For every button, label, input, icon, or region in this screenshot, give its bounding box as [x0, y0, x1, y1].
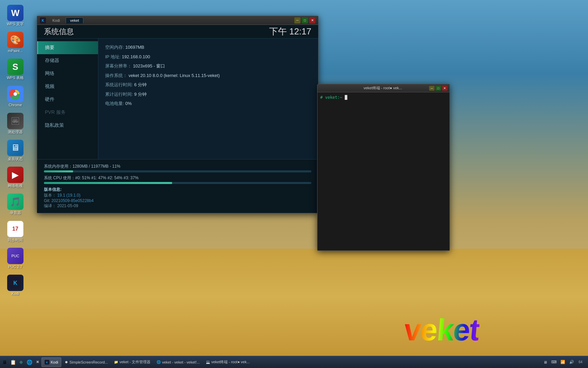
version-section-label: 版本信息:: [44, 187, 311, 193]
svg-text:K: K: [13, 280, 17, 286]
cpu-usage-label: 系统 CPU 使用：#0: 51% #1: 47% #2: 54% #3: 37…: [44, 175, 138, 180]
terminal-body[interactable]: # veket:~ █: [317, 92, 450, 250]
taskbar: 🖥 📋 ⊕ 🌐 ✖ K Kodi ⏺ SimpleScreenRecord...…: [0, 356, 588, 368]
wps-writer-icon: W: [7, 5, 23, 21]
kodi-nav-network[interactable]: 网络: [37, 67, 98, 80]
kodi-title-tabs: Kodi veket: [48, 17, 83, 24]
desktop-icon-mtpaint[interactable]: 🎨 mPaint...: [2, 30, 29, 55]
taskbar-item-veket[interactable]: 🌐 veket - veket - veket!...: [154, 357, 202, 367]
kodi-nav-hardware[interactable]: 硬件: [37, 93, 98, 106]
kodi-nav-privacy[interactable]: 隐私政策: [37, 119, 98, 132]
kodi-content-area: 系统信息 下午 12:17 摘要 存储器 网络 视频 硬件 PVR 服务 隐私政…: [37, 25, 318, 213]
memory-progress-fill: [44, 170, 73, 172]
taskbar-kodi-label: Kodi: [51, 360, 58, 364]
ip-label: IP 地址:: [105, 54, 120, 59]
taskbar-tray-icon-3[interactable]: ⊕: [18, 359, 24, 366]
desktop-icon-cpu[interactable]: CPU 测处理器: [2, 111, 29, 136]
kodi-tab-veket[interactable]: veket: [66, 17, 83, 24]
taskbar-tray-volume-icon[interactable]: 🔊: [568, 359, 575, 366]
kodi-window: K Kodi veket ─ □ ✕ 系统信息 下午 12:17 摘要 存储器 …: [37, 16, 318, 213]
desktop-icon-calendar[interactable]: 17 同步时间: [2, 219, 29, 244]
kodi-nav-video[interactable]: 视频: [37, 80, 98, 93]
terminal-maximize-button[interactable]: □: [436, 86, 441, 91]
kodi-titlebar: K Kodi veket ─ □ ✕: [37, 16, 318, 25]
kodi-tab-kodi[interactable]: Kodi: [48, 17, 64, 24]
terminal-close-button[interactable]: ✕: [442, 86, 447, 91]
kodi-minimize-button[interactable]: ─: [294, 17, 300, 24]
taskbar-item-terminal[interactable]: 💻 veket终端 - root● vek...: [203, 357, 252, 367]
calendar-icon: 17: [7, 221, 23, 237]
mtpaint-label: mPaint...: [8, 49, 22, 53]
audio-label: 录音器: [10, 211, 21, 215]
taskbar-tray-icon-1[interactable]: 🖥: [1, 359, 8, 366]
version-label-bold: 版本信息:: [44, 187, 62, 192]
kodi-maximize-button[interactable]: □: [302, 17, 308, 24]
veket-watermark: veket: [403, 312, 480, 348]
os-label: 操作系统：: [105, 73, 127, 78]
resolution-label: 屏幕分辨率：: [105, 63, 132, 68]
kodi-close-button[interactable]: ✕: [309, 17, 315, 24]
kodi-system-title: 系统信息: [44, 27, 74, 37]
info-uptime: 系统运行时间: 6 分钟: [105, 81, 311, 88]
terminal-titlebar: veket终端 - root● vek... ─ □ ✕: [317, 84, 450, 92]
kodi-label: Kodi: [12, 292, 19, 296]
terminal-cursor: █: [345, 95, 347, 100]
taskbar-terminal-label: veket终端 - root● vek...: [211, 359, 250, 365]
desktop-icon-area: W WPS 文字 🎨 mPaint... S WPS 表格 Chrome: [0, 0, 31, 368]
free-memory-value: 10697MB: [125, 45, 144, 50]
desktop-icon-wps-spreadsheet[interactable]: S WPS 表格: [2, 57, 29, 81]
terminal-window: veket终端 - root● vek... ─ □ ✕ # veket:~ █: [317, 84, 450, 251]
desktop-icon-wps-writer[interactable]: W WPS 文字: [2, 3, 29, 28]
kodi-body: 摘要 存储器 网络 视频 硬件 PVR 服务 隐私政策 空闲内存: 10697M…: [37, 39, 318, 159]
info-total-uptime: 累计运行时间: 9 分钟: [105, 91, 311, 98]
desktop-state-label: 桌面状态: [8, 157, 23, 161]
cpu-label: 测处理器: [8, 130, 23, 134]
kodi-title-left: K Kodi veket: [40, 17, 83, 24]
os-value: veket 20.10 8.0.0 (kernel: Linux 5.11.15…: [129, 73, 220, 78]
taskbar-tray-icon-5[interactable]: ✖: [34, 359, 41, 366]
taskbar-item-filemanager[interactable]: 📁 veket - 文件管理器: [111, 357, 153, 367]
cpu-usage-row: 系统 CPU 使用：#0: 51% #1: 47% #2: 54% #3: 37…: [44, 175, 311, 184]
wps-writer-label: WPS 文字: [7, 22, 24, 26]
taskbar-middle: K Kodi ⏺ SimpleScreenRecord... 📁 veket -…: [42, 357, 541, 367]
network-tv-label: 网络电视: [8, 184, 23, 188]
kodi-clock: 下午 12:17: [269, 26, 311, 37]
chrome-icon: [7, 86, 23, 102]
taskbar-item-screenrecord[interactable]: ⏺ SimpleScreenRecord...: [62, 357, 111, 367]
memory-usage-label: 系统内存使用：1280MB / 11977MB - 11%: [44, 164, 120, 169]
taskbar-tray-keyboard-icon[interactable]: ⌨: [551, 359, 557, 366]
taskbar-left: 🖥 📋 ⊕ 🌐 ✖: [1, 359, 41, 366]
desktop-icon-desktop-state[interactable]: 🖥 桌面状态: [2, 138, 29, 163]
memory-usage-row: 系统内存使用：1280MB / 11977MB - 11%: [44, 164, 311, 172]
kodi-nav-storage[interactable]: 存储器: [37, 54, 98, 67]
kodi-nav-summary[interactable]: 摘要: [37, 41, 98, 54]
kodi-nav-pvr: PVR 服务: [37, 106, 98, 119]
taskbar-right: 🖥 ⌨ 📶 🔊 64: [542, 359, 587, 366]
desktop-icon-audio[interactable]: 🎵 录音器: [2, 192, 29, 216]
desktop-icon-kodi[interactable]: K Kodi: [2, 273, 29, 297]
taskbar-tray-icon-4[interactable]: 🌐: [26, 359, 33, 366]
calendar-label: 同步时间: [8, 238, 23, 242]
desktop-icon-network-tv[interactable]: ▶ 网络电视: [2, 165, 29, 189]
taskbar-tray-screen-icon[interactable]: 🖥: [542, 359, 549, 366]
version-value: 19.1 (19.1.0): [57, 193, 80, 198]
taskbar-tray-icon-2[interactable]: 📋: [10, 359, 16, 366]
kodi-main-content: 空闲内存: 10697MB IP 地址: 192.168.0.100 屏幕分辨率…: [98, 39, 318, 159]
info-free-memory: 空闲内存: 10697MB: [105, 44, 311, 51]
kodi-window-controls: ─ □ ✕: [294, 17, 315, 24]
terminal-minimize-button[interactable]: ─: [429, 86, 435, 91]
memory-progress-bg: [44, 170, 311, 172]
taskbar-item-kodi[interactable]: K Kodi: [42, 357, 61, 367]
git-value: 20210509-85e05228b4: [51, 198, 94, 203]
kodi-icon: K: [7, 275, 23, 291]
desktop-icon-chrome[interactable]: Chrome: [2, 85, 29, 109]
chrome-label: Chrome: [9, 103, 22, 107]
taskbar-veket-label: veket - veket - veket!...: [162, 360, 200, 364]
taskbar-tray-64[interactable]: 64: [577, 359, 584, 366]
wps-spreadsheet-icon: S: [7, 59, 23, 75]
desktop-icon-puc[interactable]: PUC PUC 2.7: [2, 246, 29, 271]
svg-text:K: K: [46, 361, 48, 364]
puc-label: PUC 2.7: [8, 265, 22, 269]
taskbar-filemanager-label: veket - 文件管理器: [119, 359, 150, 365]
taskbar-tray-network-icon[interactable]: 📶: [559, 359, 566, 366]
